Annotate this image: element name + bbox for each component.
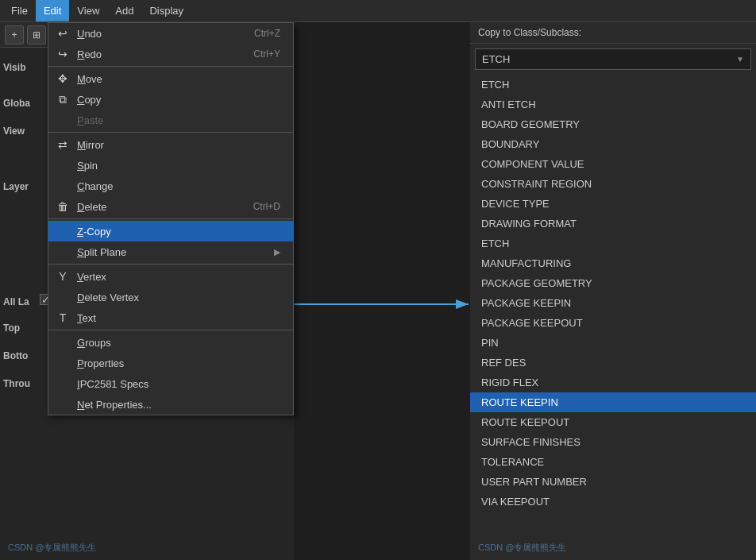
menu-label-netprops: Net Properties... (77, 399, 152, 411)
dropdown-item-boundary[interactable]: BOUNDARY (470, 134, 756, 154)
menu-item-groups[interactable]: Groups (48, 332, 293, 353)
menu-icon-delete: 🗑 (53, 200, 72, 213)
menu-view-label: View (77, 5, 99, 17)
menu-item-paste: Paste (48, 110, 293, 130)
menu-shortcut-undo: Ctrl+Z (254, 28, 280, 39)
menu-separator (48, 218, 293, 219)
menu-icon-move: ✥ (53, 72, 72, 85)
menu-item-properties[interactable]: Properties (48, 353, 293, 373)
etch-dropdown[interactable]: ETCH ▼ (475, 48, 751, 70)
dropdown-item-etch[interactable]: ETCH (470, 234, 756, 253)
menu-item-text[interactable]: TText (48, 307, 293, 328)
menu-item-ipc2581[interactable]: IPC2581 Specs (48, 373, 293, 394)
menu-bar: File Edit View Add Display (0, 0, 756, 22)
menu-item-copy[interactable]: ⧉Copy (48, 89, 293, 110)
menu-item-zcopy[interactable]: Z-Copy (48, 221, 293, 241)
menu-label-redo: Redo (77, 48, 102, 60)
menu-item-netprops[interactable]: Net Properties... (48, 394, 293, 415)
dropdown-item-rigid_flex[interactable]: RIGID FLEX (470, 373, 756, 392)
menu-label-change: Change (77, 180, 114, 192)
menu-label-vertex: Vertex (77, 271, 106, 283)
view-label: View (3, 126, 25, 137)
all-layers-label: All La (3, 296, 29, 307)
menu-item-move[interactable]: ✥Move (48, 68, 293, 89)
menu-label-text: Text (77, 312, 96, 324)
dropdown-item-surface_finishes[interactable]: SURFACE FINISHES (470, 432, 756, 452)
menu-item-undo[interactable]: ↩UndoCtrl+Z (48, 23, 293, 44)
menu-edit-label: Edit (44, 5, 61, 17)
menu-file[interactable]: File (3, 0, 36, 21)
menu-item-mirror[interactable]: ⇄Mirror (48, 134, 293, 155)
menu-display[interactable]: Display (141, 0, 191, 21)
menu-label-deletevertex: Delete Vertex (77, 292, 139, 303)
dropdown-item-package_geometry[interactable]: PACKAGE GEOMETRY (470, 273, 756, 293)
menu-item-delete[interactable]: 🗑DeleteCtrl+D (48, 196, 293, 217)
top-label: Top (3, 322, 20, 334)
menu-label-ipc2581: IPC2581 Specs (77, 378, 148, 390)
dropdown-item-manufacturing[interactable]: MANUFACTURING (470, 253, 756, 273)
dropdown-item-component_value[interactable]: COMPONENT VALUE (470, 154, 756, 174)
dropdown-item-route_keepin[interactable]: ROUTE KEEPIN (470, 392, 756, 412)
dropdown-item-user_part_number[interactable]: USER PART NUMBER (470, 472, 756, 492)
dropdown-item-tolerance[interactable]: TOLERANCE (470, 452, 756, 472)
menu-shortcut-redo: Ctrl+Y (253, 48, 280, 60)
right-dropdown-panel: Copy to Class/Subclass: ETCH ▼ ETCHANTI … (470, 22, 756, 560)
etch-selected-value: ETCH (482, 53, 510, 65)
menu-label-paste: Paste (77, 114, 103, 126)
dropdown-item-route_keepout[interactable]: ROUTE KEEPOUT (470, 412, 756, 432)
dropdown-item-package_keepout[interactable]: PACKAGE KEEPOUT (470, 313, 756, 333)
dropdown-item-pin[interactable]: PIN (470, 333, 756, 353)
menu-separator (48, 132, 293, 133)
menu-item-splitplane[interactable]: Split Plane▶ (48, 241, 293, 262)
menu-label-mirror: Mirror (77, 139, 104, 151)
menu-item-change[interactable]: Change (48, 176, 293, 196)
menu-label-spin: Spin (77, 160, 98, 172)
dropdown-item-drawing_format[interactable]: DRAWING FORMAT (470, 214, 756, 234)
bottom-label: Botto (3, 350, 28, 361)
menu-item-redo[interactable]: ↪RedoCtrl+Y (48, 44, 293, 64)
menu-label-splitplane: Split Plane (77, 246, 126, 258)
menu-file-label: File (11, 5, 28, 17)
through-label: Throu (3, 378, 30, 389)
submenu-arrow-icon-splitplane: ▶ (274, 247, 280, 257)
layer-label: Layer (3, 181, 29, 192)
menu-separator (48, 66, 293, 67)
menu-shortcut-delete: Ctrl+D (253, 201, 280, 212)
dropdown-item-via_keepout[interactable]: VIA KEEPOUT (470, 492, 756, 512)
dropdown-item-board_geom[interactable]: BOARD GEOMETRY (470, 114, 756, 134)
dropdown-item-ref_des[interactable]: REF DES (470, 353, 756, 373)
menu-icon-mirror: ⇄ (53, 138, 72, 151)
dropdown-arrow-icon: ▼ (736, 55, 744, 64)
menu-add[interactable]: Add (107, 0, 141, 21)
dropdown-item-package_keepin[interactable]: PACKAGE KEEPIN (470, 293, 756, 313)
dropdown-item-anti_etch[interactable]: ANTI ETCH (470, 95, 756, 114)
visible-label: Visib (3, 62, 25, 73)
dropdown-item-device_type[interactable]: DEVICE TYPE (470, 194, 756, 214)
menu-label-copy: Copy (77, 94, 101, 106)
menu-label-zcopy: Z-Copy (77, 226, 111, 238)
menu-view[interactable]: View (69, 0, 107, 21)
dropdown-item-etch_top[interactable]: ETCH (470, 75, 756, 95)
menu-edit[interactable]: Edit (36, 0, 69, 21)
menu-item-spin[interactable]: Spin (48, 155, 293, 176)
menu-label-delete: Delete (77, 201, 107, 213)
dropdown-item-constraint_region[interactable]: CONSTRAINT REGION (470, 174, 756, 194)
menu-icon-text: T (53, 311, 72, 324)
menu-separator (48, 264, 293, 265)
watermark-right: CSDN @专属熊熊先生 (478, 542, 566, 554)
menu-display-label: Display (149, 5, 183, 17)
menu-separator (48, 330, 293, 330)
watermark-left: CSDN @专属熊熊先生 (8, 542, 96, 554)
menu-item-deletevertex[interactable]: Delete Vertex (48, 287, 293, 307)
dropdown-list: ETCHANTI ETCHBOARD GEOMETRYBOUNDARYCOMPO… (470, 75, 756, 512)
dropdown-header: Copy to Class/Subclass: (470, 22, 756, 44)
toolbar-icon-2[interactable]: ⊞ (27, 25, 46, 44)
toolbar-icon-1[interactable]: + (5, 25, 24, 44)
context-menu: ↩UndoCtrl+Z↪RedoCtrl+Y✥Move⧉CopyPaste⇄Mi… (48, 22, 294, 415)
menu-item-vertex[interactable]: YVertex (48, 266, 293, 287)
menu-icon-vertex: Y (53, 270, 72, 283)
menu-icon-undo: ↩ (53, 27, 72, 40)
menu-icon-redo: ↪ (53, 48, 72, 60)
connector-arrow (270, 292, 480, 316)
global-label: Globa (3, 98, 30, 109)
